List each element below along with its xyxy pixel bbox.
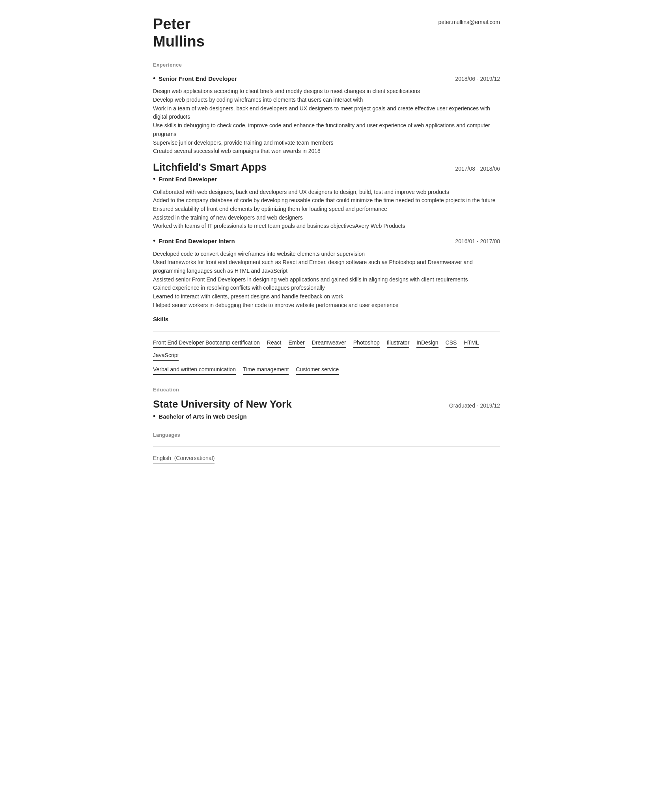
edu1-header: State University of New York Graduated -… bbox=[153, 398, 500, 410]
bullet-dot: • bbox=[153, 74, 155, 84]
email: peter.mullins@email.com bbox=[438, 16, 500, 26]
entry3-title-row: • Front End Developer Intern bbox=[153, 236, 235, 250]
languages-divider bbox=[153, 446, 500, 447]
entry3-title: Front End Developer Intern bbox=[159, 237, 235, 246]
skill-javascript: JavaScript bbox=[153, 351, 179, 361]
edu1-institution: State University of New York bbox=[153, 398, 292, 410]
entry2-date: 2017/08 - 2018/06 bbox=[447, 165, 500, 173]
education-section-label: Education bbox=[153, 386, 500, 394]
languages-section-label: Languages bbox=[153, 431, 500, 439]
entry3-header: • Front End Developer Intern 2016/01 - 2… bbox=[153, 236, 500, 250]
bullet-dot: • bbox=[153, 236, 155, 246]
skill-indesign: InDesign bbox=[416, 339, 438, 348]
skill-css: CSS bbox=[446, 339, 457, 348]
edu1-degree-row: • Bachelor of Arts in Web Design bbox=[153, 412, 500, 425]
skills-row-1: Front End Developer Bootcamp certificati… bbox=[153, 339, 500, 364]
skills-label: Skills bbox=[153, 315, 500, 324]
skill-illustrator: Illustrator bbox=[387, 339, 410, 348]
skill-ember: Ember bbox=[288, 339, 304, 348]
name-line1: Peter bbox=[153, 16, 190, 32]
entry3-desc: Developed code to convert design wirefra… bbox=[153, 250, 500, 310]
entry1-date: 2018/06 - 2019/12 bbox=[447, 75, 500, 83]
language-entry-1: English (Conversational) bbox=[153, 454, 500, 464]
entry1-header: • Senior Front End Developer 2018/06 - 2… bbox=[153, 74, 500, 88]
skills-divider bbox=[153, 331, 500, 332]
experience-entry-3: • Front End Developer Intern 2016/01 - 2… bbox=[153, 236, 500, 309]
skill-dreamweaver: Dreamweaver bbox=[312, 339, 346, 348]
skill-html: HTML bbox=[464, 339, 479, 348]
experience-entry-1: • Senior Front End Developer 2018/06 - 2… bbox=[153, 74, 500, 156]
entry1-desc: Design web applications according to cli… bbox=[153, 87, 500, 156]
resume-page: Peter Mullins peter.mullins@email.com Ex… bbox=[133, 0, 520, 487]
entry2-company-header: Litchfield's Smart Apps 2017/08 - 2018/0… bbox=[153, 161, 500, 173]
name-line2: Mullins bbox=[153, 33, 205, 50]
skills-row-2: Verbal and written communication Time ma… bbox=[153, 365, 500, 378]
candidate-name: Peter Mullins bbox=[153, 16, 205, 50]
bullet-dot: • bbox=[153, 412, 155, 421]
experience-section-label: Experience bbox=[153, 61, 500, 69]
bullet-dot: • bbox=[153, 174, 155, 184]
entry1-title-row: • Senior Front End Developer bbox=[153, 74, 237, 88]
experience-entry-2: Litchfield's Smart Apps 2017/08 - 2018/0… bbox=[153, 161, 500, 231]
skill-bootcamp: Front End Developer Bootcamp certificati… bbox=[153, 339, 260, 348]
skill-customer-service: Customer service bbox=[296, 365, 339, 375]
entry2-title-row: • Front End Developer bbox=[153, 174, 500, 188]
entry2-title: Front End Developer bbox=[159, 175, 217, 184]
skill-verbal: Verbal and written communication bbox=[153, 365, 236, 375]
entry2-desc: Collaborated with web designers, back en… bbox=[153, 188, 500, 231]
entry2-company: Litchfield's Smart Apps bbox=[153, 161, 267, 173]
language-english: English (Conversational) bbox=[153, 454, 215, 464]
edu1-date: Graduated - 2019/12 bbox=[441, 402, 500, 410]
education-entry-1: State University of New York Graduated -… bbox=[153, 398, 500, 425]
entry3-date: 2016/01 - 2017/08 bbox=[447, 237, 500, 246]
skill-time-mgmt: Time management bbox=[243, 365, 289, 375]
edu1-degree: Bachelor of Arts in Web Design bbox=[159, 412, 246, 421]
entry1-title: Senior Front End Developer bbox=[159, 74, 237, 84]
skill-photoshop: Photoshop bbox=[353, 339, 380, 348]
language-name: English bbox=[153, 455, 171, 461]
header: Peter Mullins peter.mullins@email.com bbox=[153, 16, 500, 50]
skills-section: Skills Front End Developer Bootcamp cert… bbox=[153, 315, 500, 378]
skill-react: React bbox=[267, 339, 282, 348]
language-level: (Conversational) bbox=[174, 455, 215, 461]
